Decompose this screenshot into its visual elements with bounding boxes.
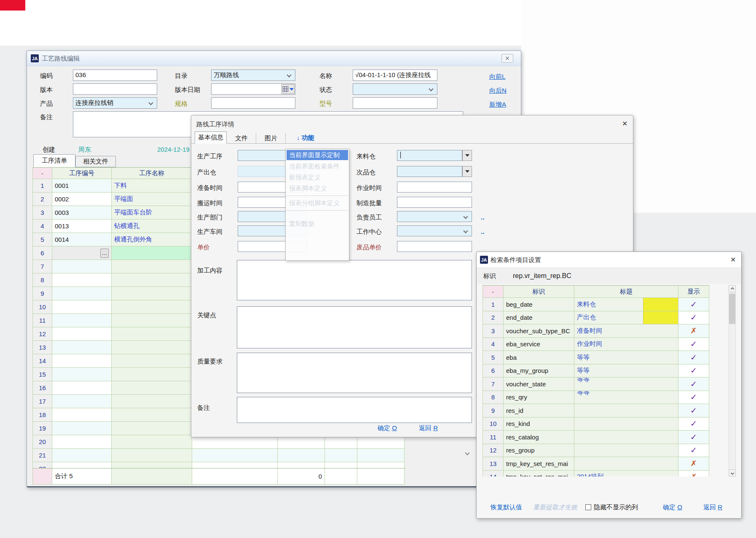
cell-op-name[interactable]: 横通孔倒外角 — [112, 233, 192, 246]
detail-ok-button[interactable]: 确定 O — [378, 424, 397, 432]
cell-op-name[interactable] — [112, 395, 192, 408]
work-center-more-link[interactable]: .. — [481, 228, 484, 235]
cell-op-name[interactable] — [112, 314, 192, 327]
cell-show-flag[interactable]: ✓ — [678, 444, 709, 458]
cell-identifier[interactable]: voucher_state — [504, 377, 574, 391]
cell-extra[interactable] — [192, 462, 278, 468]
cell-op-name[interactable] — [112, 462, 192, 468]
settings-row[interactable]: 10res_kind✓ — [483, 418, 710, 431]
scrap-price-input[interactable] — [397, 241, 472, 252]
nav-add-link[interactable]: 新增A — [489, 101, 506, 109]
cell-op-name[interactable] — [112, 422, 192, 435]
menu-item-selected[interactable]: 当前界面显示定制 — [287, 150, 348, 160]
cell-identifier[interactable]: eba_my_group — [504, 364, 574, 378]
scroll-thumb[interactable] — [729, 294, 735, 324]
cell-show-flag[interactable]: ✓ — [678, 377, 709, 391]
spec-input[interactable] — [211, 97, 295, 109]
defect-warehouse-drop-button[interactable] — [462, 166, 472, 177]
code-input[interactable]: 036 — [73, 70, 157, 81]
cell-op-name[interactable] — [112, 354, 192, 368]
cell-op-code[interactable] — [52, 408, 112, 422]
cell-op-code[interactable] — [52, 273, 112, 287]
cell-op-name[interactable] — [112, 327, 192, 341]
cell-extra[interactable] — [192, 449, 278, 462]
settings-row[interactable]: 1beg_date来料仓✓ — [483, 298, 710, 311]
cell-title[interactable] — [574, 431, 678, 444]
cell-op-code[interactable] — [52, 327, 112, 341]
processing-content-textarea[interactable] — [237, 260, 472, 300]
yellow-highlight-cell[interactable] — [643, 298, 678, 311]
cell-op-code[interactable] — [52, 300, 112, 314]
main-close-button[interactable]: ✕ — [501, 54, 513, 63]
cell-op-code[interactable] — [52, 260, 112, 273]
cell-title[interactable]: 2014排列 — [574, 471, 678, 477]
settings-close-button[interactable]: ✕ — [730, 256, 736, 264]
settings-grid-header[interactable]: - 标识 标题 显示 — [483, 285, 710, 298]
cell-show-flag[interactable]: ✓ — [678, 364, 709, 378]
cell-title[interactable]: 等等 — [574, 377, 678, 391]
settings-row[interactable]: 6eba_my_group等等✓ — [483, 364, 710, 378]
settings-row[interactable]: 5eba等等✓ — [483, 351, 710, 364]
cell-op-code[interactable]: 0013 — [52, 219, 112, 233]
settings-row[interactable]: 9res_id✓ — [483, 404, 710, 418]
cell-op-code[interactable] — [52, 381, 112, 395]
status-combobox[interactable] — [353, 83, 437, 95]
cell-title[interactable]: 来料仓 — [574, 298, 678, 311]
detail-back-button[interactable]: 返回 R — [419, 424, 438, 432]
table-row[interactable]: 22 — [32, 462, 405, 468]
cell-title[interactable] — [574, 418, 678, 431]
version-input[interactable] — [73, 83, 157, 95]
work-time-input[interactable] — [397, 182, 472, 193]
table-row[interactable]: 21 — [32, 449, 405, 462]
cell-identifier[interactable]: res_group — [504, 444, 574, 458]
cell-op-name[interactable] — [112, 341, 192, 354]
cell-show-flag[interactable]: ✓ — [678, 338, 709, 351]
detail-remark-textarea[interactable] — [237, 397, 472, 423]
grid-scroll-down-icon[interactable] — [465, 450, 469, 455]
cell-op-name[interactable] — [112, 408, 192, 422]
cell-show-flag[interactable]: ✓ — [678, 391, 709, 404]
detail-close-button[interactable]: ✕ — [622, 120, 627, 128]
main-titlebar[interactable]: JA 工艺路线编辑 ✕ — [27, 51, 521, 66]
cell-op-code[interactable]: … — [52, 246, 112, 260]
cell-identifier[interactable]: voucher_sub_type_BC — [504, 324, 574, 338]
cell-op-name[interactable] — [112, 246, 192, 260]
settings-titlebar[interactable]: JA 检索条件项目设置 ✕ — [477, 252, 741, 268]
settings-row[interactable]: 14tmp_key_set_res_mai2014排列✗ — [483, 471, 710, 477]
cell-op-code[interactable] — [52, 287, 112, 300]
cell-identifier[interactable]: tmp_key_set_res_mai — [504, 457, 574, 471]
cell-identifier[interactable]: beg_date — [504, 298, 574, 311]
settings-back-button[interactable]: 返回 R — [703, 503, 722, 511]
cell-op-code[interactable] — [52, 449, 112, 462]
cell-op-code[interactable]: 0003 — [52, 206, 112, 219]
settings-row[interactable]: 11res_catalog✓ — [483, 431, 710, 444]
model-input[interactable] — [353, 97, 437, 109]
cell-show-flag[interactable]: ✓ — [678, 351, 709, 364]
cell-op-name[interactable]: 下料 — [112, 179, 192, 193]
cell-show-flag[interactable]: ✓ — [678, 311, 709, 325]
cell-op-name[interactable] — [112, 449, 192, 462]
settings-row[interactable]: 3voucher_sub_type_BC准备时间✗ — [483, 324, 710, 338]
cell-op-name[interactable] — [112, 287, 192, 300]
cell-title[interactable] — [574, 457, 678, 471]
cell-show-flag[interactable]: ✗ — [678, 457, 709, 471]
cell-op-code[interactable]: 0014 — [52, 233, 112, 246]
settings-row[interactable]: 13tmp_key_set_res_mai✗ — [483, 457, 710, 471]
cell-op-name[interactable] — [112, 300, 192, 314]
cell-op-code[interactable]: 0001 — [52, 179, 112, 193]
cell-extra[interactable] — [325, 462, 357, 468]
menu-item-faded[interactable]: 报表分组脚本定义 — [286, 198, 349, 209]
menu-item-faded[interactable]: 新报表定义 — [286, 172, 349, 183]
batch-qty-input[interactable] — [397, 197, 472, 208]
ellipsis-button[interactable]: … — [100, 249, 109, 258]
cell-op-name[interactable] — [112, 368, 192, 381]
tab-basic-info[interactable]: 基本信息 — [195, 131, 227, 144]
cell-title[interactable]: 等等 — [574, 391, 678, 404]
cell-op-name[interactable] — [112, 435, 192, 449]
nav-prev-link[interactable]: 向前L — [489, 73, 505, 81]
defect-warehouse-field[interactable] — [397, 166, 462, 177]
cell-show-flag[interactable]: ✓ — [678, 431, 709, 444]
incoming-warehouse-field[interactable] — [397, 150, 462, 161]
cell-op-code[interactable] — [52, 368, 112, 381]
settings-row[interactable]: 7voucher_state等等✓ — [483, 377, 710, 391]
